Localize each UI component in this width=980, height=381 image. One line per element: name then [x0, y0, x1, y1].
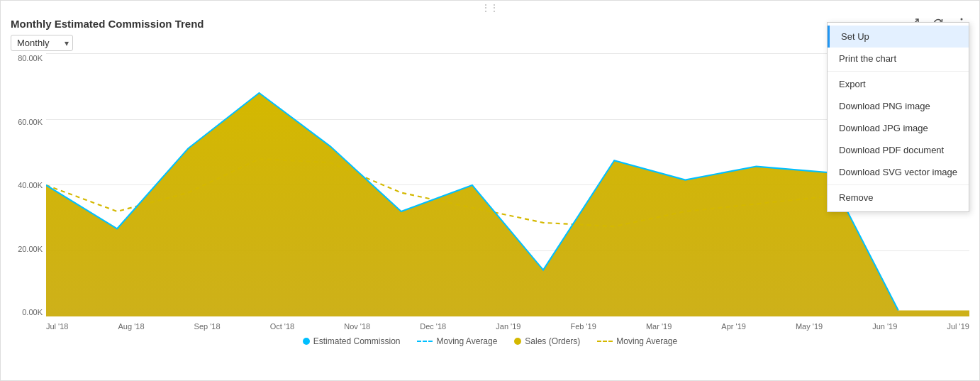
menu-item-download-pdf[interactable]: Download PDF document: [828, 139, 969, 161]
x-label-feb19: Feb '19: [571, 322, 596, 331]
legend-label-commission: Estimated Commission: [313, 336, 401, 346]
x-label-aug18: Aug '18: [118, 322, 145, 331]
drag-handle: ⋮⋮: [1, 1, 979, 12]
legend-label-mavg2: Moving Average: [616, 336, 677, 346]
x-axis: Jul '18 Aug '18 Sep '18 Oct '18 Nov '18 …: [46, 322, 969, 331]
legend-estimated-commission: Estimated Commission: [303, 336, 401, 346]
menu-item-download-png[interactable]: Download PNG image: [828, 95, 969, 117]
x-label-may19: May '19: [796, 322, 823, 331]
x-label-jan19: Jan '19: [496, 322, 520, 331]
legend-sales-orders: Sales (Orders): [514, 336, 580, 346]
x-label-nov18: Nov '18: [344, 322, 370, 331]
x-label-jul19: Jul '19: [947, 322, 969, 331]
chart-area: 0.00K 20.00K 40.00K 60.00K 80.00K: [11, 54, 969, 331]
period-select-wrapper: Monthly Weekly Quarterly Yearly: [11, 35, 73, 51]
legend-dot-sales: [514, 338, 521, 345]
legend-moving-avg-1: Moving Average: [417, 336, 497, 346]
y-axis: 0.00K 20.00K 40.00K 60.00K 80.00K: [11, 54, 43, 331]
x-label-oct18: Oct '18: [270, 322, 295, 331]
menu-divider-2: [828, 184, 969, 185]
legend-dash-2: [597, 341, 613, 342]
y-label-20: 20.00K: [11, 245, 43, 253]
y-label-40: 40.00K: [11, 181, 43, 189]
menu-item-setup[interactable]: Set Up: [828, 26, 969, 48]
legend: Estimated Commission Moving Average Sale…: [1, 331, 979, 350]
menu-divider-1: [828, 71, 969, 72]
chart-container: ⋮⋮ Monthly Estimated Commission Trend: [0, 0, 980, 381]
period-select[interactable]: Monthly Weekly Quarterly Yearly: [11, 35, 73, 51]
y-label-0: 0.00K: [11, 308, 43, 316]
y-label-80: 80.00K: [11, 54, 43, 62]
x-label-jul18: Jul '18: [46, 322, 68, 331]
menu-item-remove[interactable]: Remove: [828, 187, 969, 209]
x-label-sep18: Sep '18: [194, 322, 221, 331]
context-menu: Set Up Print the chart Export Download P…: [827, 22, 969, 212]
svg-point-0: [961, 18, 963, 21]
x-label-dec18: Dec '18: [420, 322, 446, 331]
x-label-jun19: Jun '19: [872, 322, 897, 331]
x-label-apr19: Apr '19: [721, 322, 746, 331]
legend-moving-avg-2: Moving Average: [597, 336, 677, 346]
legend-dot-commission: [303, 338, 310, 345]
menu-item-download-jpg[interactable]: Download JPG image: [828, 117, 969, 139]
chart-title: Monthly Estimated Commission Trend: [11, 18, 204, 30]
legend-label-mavg1: Moving Average: [436, 336, 497, 346]
menu-item-export[interactable]: Export: [828, 73, 969, 95]
x-label-mar19: Mar '19: [646, 322, 672, 331]
menu-item-download-svg[interactable]: Download SVG vector image: [828, 161, 969, 183]
legend-dash-1: [417, 341, 433, 342]
y-label-60: 60.00K: [11, 118, 43, 126]
legend-label-sales: Sales (Orders): [525, 336, 580, 346]
menu-item-print[interactable]: Print the chart: [828, 48, 969, 70]
